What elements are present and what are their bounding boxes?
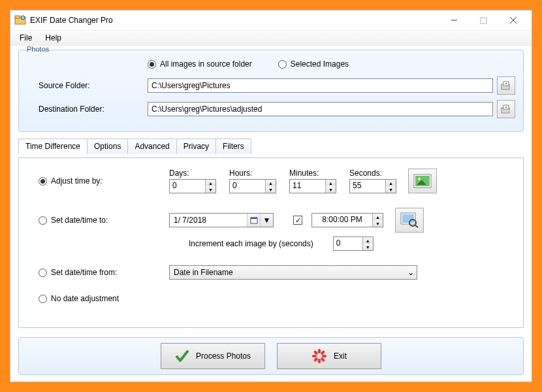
radio-adjust-time[interactable]: Adjust time by: bbox=[39, 176, 103, 186]
photos-legend: Photos bbox=[25, 45, 50, 53]
button-bar: Process Photos Exit bbox=[18, 337, 524, 375]
checkmark-icon bbox=[175, 349, 189, 363]
radio-dot-icon bbox=[39, 177, 47, 186]
set-from-value: Date in Filename bbox=[174, 268, 233, 277]
menu-help[interactable]: Help bbox=[45, 33, 61, 42]
source-browse-button[interactable] bbox=[497, 76, 515, 95]
exit-label: Exit bbox=[334, 351, 347, 361]
tab-privacy[interactable]: Privacy bbox=[176, 139, 216, 154]
tabs: Time Difference Options Advanced Privacy… bbox=[18, 139, 524, 154]
radio-dot-icon bbox=[39, 269, 47, 277]
chevron-down-icon: ⌄ bbox=[405, 268, 417, 277]
svg-rect-18 bbox=[251, 218, 257, 219]
radio-dot-icon bbox=[39, 216, 47, 225]
set-from-dropdown[interactable]: Date in Filename ⌄ bbox=[169, 265, 417, 280]
svg-rect-30 bbox=[320, 357, 325, 362]
radio-all-images[interactable]: All images in source folder bbox=[148, 59, 252, 69]
hours-caption: Hours: bbox=[229, 169, 276, 178]
svg-rect-28 bbox=[313, 357, 319, 362]
tab-advanced[interactable]: Advanced bbox=[127, 139, 176, 154]
radio-all-label: All images in source folder bbox=[160, 59, 252, 69]
radio-set-date-from[interactable]: Set date/time from: bbox=[39, 268, 117, 277]
radio-set-date-to[interactable]: Set date/time to: bbox=[39, 216, 108, 225]
process-photos-button[interactable]: Process Photos bbox=[161, 343, 265, 369]
menu-file[interactable]: File bbox=[20, 33, 32, 42]
date-value: 1/ 7/2018 bbox=[174, 216, 206, 225]
destination-folder-label: Destination Folder: bbox=[27, 105, 148, 114]
increment-label: Increment each image by (seconds) bbox=[189, 239, 313, 248]
source-folder-input[interactable] bbox=[148, 78, 493, 93]
time-enable-checkbox[interactable]: ✓ bbox=[293, 216, 302, 225]
minutes-caption: Minutes: bbox=[289, 169, 336, 178]
window-title: EXIF Date Changer Pro bbox=[30, 16, 439, 25]
preview-photo-button[interactable] bbox=[408, 169, 437, 193]
svg-point-2 bbox=[21, 16, 25, 20]
tab-time-difference[interactable]: Time Difference bbox=[18, 139, 88, 154]
svg-rect-23 bbox=[318, 349, 321, 353]
no-adjustment-label: No date adjustment bbox=[51, 294, 119, 303]
source-folder-label: Source Folder: bbox=[27, 81, 148, 90]
burst-icon bbox=[311, 348, 327, 364]
svg-line-22 bbox=[415, 225, 418, 227]
svg-point-12 bbox=[505, 106, 507, 108]
radio-selected-images[interactable]: Selected Images bbox=[278, 59, 349, 69]
days-caption: Days: bbox=[169, 169, 216, 178]
destination-browse-button[interactable] bbox=[497, 100, 515, 118]
maximize-button[interactable] bbox=[469, 11, 498, 29]
app-window: EXIF Date Changer Pro File Help Photos A… bbox=[10, 10, 532, 382]
radio-dot-icon bbox=[39, 295, 47, 303]
hours-spinner[interactable]: 0▲▼ bbox=[229, 179, 276, 193]
tab-options[interactable]: Options bbox=[87, 139, 128, 154]
svg-rect-4 bbox=[481, 18, 486, 24]
chevron-down-icon: ▼ bbox=[260, 214, 273, 227]
tab-filters[interactable]: Filters bbox=[215, 139, 251, 154]
radio-no-adjustment[interactable]: No date adjustment bbox=[39, 294, 119, 303]
radio-dot-icon bbox=[278, 60, 287, 69]
set-date-to-label: Set date/time to: bbox=[51, 216, 108, 225]
set-date-from-label: Set date/time from: bbox=[51, 268, 117, 277]
search-photo-button[interactable] bbox=[395, 208, 424, 233]
svg-rect-25 bbox=[312, 355, 317, 357]
svg-point-15 bbox=[418, 178, 421, 180]
svg-rect-26 bbox=[322, 355, 327, 357]
menubar: File Help bbox=[10, 30, 532, 46]
seconds-spinner[interactable]: 55▲▼ bbox=[349, 179, 396, 193]
app-icon bbox=[14, 14, 26, 26]
svg-rect-1 bbox=[15, 16, 20, 18]
svg-rect-27 bbox=[320, 350, 325, 355]
time-spinner[interactable]: 8:00:00 PM ▲▼ bbox=[311, 213, 383, 227]
svg-rect-24 bbox=[318, 359, 321, 363]
exit-button[interactable]: Exit bbox=[277, 343, 381, 369]
process-label: Process Photos bbox=[196, 351, 251, 361]
days-spinner[interactable]: 0▲▼ bbox=[169, 179, 216, 193]
tab-body: Adjust time by: Days: 0▲▼ Hours: 0▲▼ Min… bbox=[18, 157, 524, 328]
radio-dot-icon bbox=[148, 60, 156, 69]
svg-rect-29 bbox=[313, 350, 319, 355]
svg-rect-20 bbox=[402, 214, 414, 223]
increment-spinner[interactable]: 0▲▼ bbox=[333, 237, 374, 251]
calendar-icon bbox=[247, 214, 260, 227]
minimize-button[interactable] bbox=[439, 11, 469, 29]
radio-selected-label: Selected Images bbox=[291, 59, 349, 69]
titlebar: EXIF Date Changer Pro bbox=[10, 10, 532, 30]
adjust-time-label: Adjust time by: bbox=[51, 176, 103, 186]
seconds-caption: Seconds: bbox=[349, 169, 396, 178]
date-picker[interactable]: 1/ 7/2018 ▼ bbox=[169, 213, 274, 227]
svg-point-9 bbox=[505, 83, 507, 84]
minutes-spinner[interactable]: 11▲▼ bbox=[289, 179, 336, 193]
close-button[interactable] bbox=[498, 11, 528, 29]
photos-group: Photos All images in source folder Selec… bbox=[18, 50, 524, 132]
destination-folder-input[interactable] bbox=[148, 102, 493, 116]
